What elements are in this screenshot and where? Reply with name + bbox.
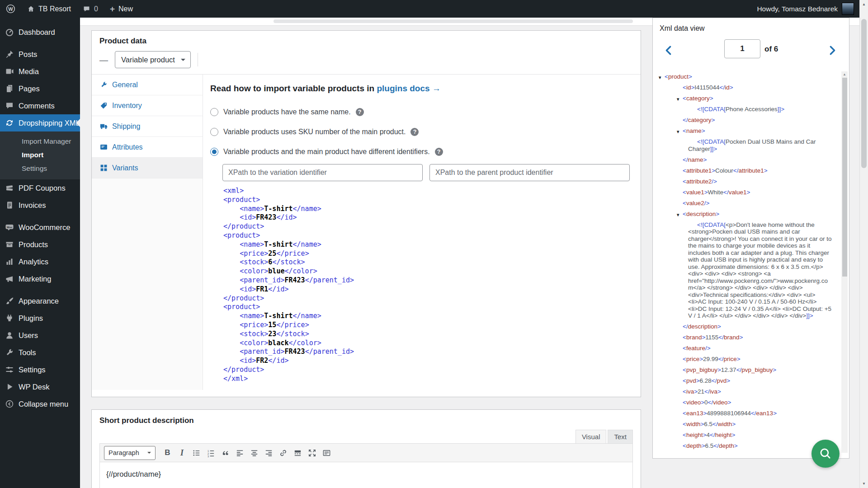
sidebar-item-woocommerce[interactable]: Woo WooCommerce [0, 219, 80, 236]
short-description-editor-body[interactable]: {//product/name} [99, 462, 633, 488]
submenu-item-import[interactable]: Import [0, 148, 80, 162]
xml-tree-line: ▼<product> [659, 73, 833, 80]
ordered-list-button[interactable]: 123 [204, 447, 217, 459]
sidebar-item-pages[interactable]: Pages [0, 80, 80, 97]
tab-attributes[interactable]: Attributes [92, 137, 203, 158]
product-data-title: Product data [99, 37, 633, 51]
help-icon[interactable]: ? [356, 108, 364, 116]
sidebar-item-dropshipping-xml[interactable]: Dropshipping XML [0, 114, 80, 131]
code-line: </product> [223, 294, 630, 303]
scroll-up-icon[interactable]: ▲ [860, 2, 868, 6]
italic-button[interactable]: I [175, 447, 189, 459]
xml-pager: of 6 [653, 33, 849, 68]
admin-sidebar: Dashboard Posts Media Pages Comments Dro… [0, 18, 80, 488]
howdy-greeting[interactable]: Howdy, Tomasz Bednarek [757, 5, 838, 13]
sidebar-item-analytics[interactable]: Analytics [0, 253, 80, 270]
sidebar-item-appearance[interactable]: Appearance [0, 292, 80, 310]
tab-inventory[interactable]: Inventory [92, 95, 203, 116]
sync-icon [5, 118, 14, 127]
sidebar-item-comments[interactable]: Comments [0, 97, 80, 114]
toolbar-toggle-button[interactable] [320, 447, 333, 459]
tab-label: Attributes [112, 143, 143, 151]
editor-tab-text[interactable]: Text [608, 430, 633, 443]
sidebar-item-marketing[interactable]: Marketing [0, 270, 80, 287]
home-icon [27, 5, 35, 13]
sidebar-item-dashboard[interactable]: Dashboard [0, 23, 80, 41]
product-type-value: Variable product [121, 56, 175, 64]
scroll-down-icon[interactable]: ▼ [860, 482, 868, 486]
truck-icon [100, 122, 108, 130]
radio-same-name[interactable] [210, 108, 218, 116]
wp-logo-menu[interactable]: W [0, 0, 21, 18]
xml-tree: ▼<product><id>I4115044</id>▼<category><!… [653, 71, 833, 452]
prev-page-button[interactable] [664, 44, 674, 56]
site-name-link[interactable]: TB Resort [21, 0, 77, 18]
scrollbar-thumb[interactable] [842, 78, 847, 277]
blockquote-button[interactable] [219, 447, 232, 459]
chevron-right-icon [827, 44, 837, 56]
avatar[interactable] [842, 3, 854, 15]
tab-shipping[interactable]: Shipping [92, 116, 203, 137]
tab-variants[interactable]: Variants [92, 158, 203, 178]
sidebar-item-plugins[interactable]: Plugins [0, 310, 80, 327]
horizontal-scrollbar[interactable] [274, 19, 633, 23]
collapse-caret-icon[interactable]: ▼ [676, 211, 680, 219]
submenu-item-import-manager[interactable]: Import Manager [0, 135, 80, 148]
attributes-icon [100, 143, 108, 151]
radio-different-identifiers[interactable] [210, 148, 218, 156]
next-page-button[interactable] [827, 44, 837, 56]
sidebar-item-invoices[interactable]: Invoices [0, 197, 80, 214]
xpath-parent-input[interactable] [429, 164, 630, 181]
bold-button[interactable]: B [161, 447, 174, 459]
dropshipping-submenu: Import Manager Import Settings [0, 131, 80, 179]
product-type-select[interactable]: Variable product [115, 51, 191, 68]
sidebar-item-label: Users [19, 331, 38, 340]
sidebar-item-posts[interactable]: Posts [0, 46, 80, 63]
xml-data-view-panel: Xml data view of 6 ▼<product><id>I411504… [652, 18, 849, 459]
search-fab-button[interactable] [811, 440, 840, 468]
align-right-button[interactable] [262, 447, 275, 459]
link-button[interactable] [277, 447, 290, 459]
sidebar-item-settings[interactable]: Settings [0, 361, 80, 378]
toolbar-toggle-icon [322, 449, 331, 457]
plugins-docs-link[interactable]: plugins docs → [377, 84, 440, 93]
page-scrollbar[interactable]: ▲ ▼ [859, 0, 868, 488]
xml-tree-line: <value2/> [659, 200, 833, 207]
submenu-item-settings[interactable]: Settings [0, 162, 80, 175]
new-content-menu[interactable]: + New [104, 0, 139, 18]
help-icon[interactable]: ? [435, 148, 443, 156]
collapse-caret-icon[interactable]: ▼ [676, 128, 680, 136]
align-center-button[interactable] [248, 447, 261, 459]
scrollbar-thumb[interactable] [861, 19, 867, 168]
sidebar-item-media[interactable]: Media [0, 63, 80, 80]
help-icon[interactable]: ? [410, 128, 419, 136]
code-line: <id>FR423</id> [223, 213, 630, 222]
sidebar-item-wp-desk[interactable]: WP Desk [0, 378, 80, 395]
fullscreen-button[interactable] [306, 447, 319, 459]
sidebar-item-pdf-coupons[interactable]: PDF Coupons [0, 179, 80, 197]
paragraph-format-select[interactable]: Paragraph [104, 446, 156, 460]
xml-tree-line: <iva>21</iva> [659, 388, 833, 395]
scroll-up-icon[interactable]: ▲ [841, 71, 848, 77]
sidebar-item-products[interactable]: Products [0, 236, 80, 253]
sidebar-item-collapse-menu[interactable]: Collapse menu [0, 395, 80, 413]
box-icon [5, 240, 14, 249]
xpath-variation-input[interactable] [222, 164, 423, 181]
radio-sku-main-product[interactable] [210, 128, 218, 136]
align-left-button[interactable] [233, 447, 246, 459]
more-tag-button[interactable] [291, 447, 304, 459]
svg-text:3: 3 [208, 455, 209, 457]
bullet-list-button[interactable] [190, 447, 203, 459]
code-line: <parent_id>FR423</parent_id> [223, 276, 630, 285]
sidebar-item-users[interactable]: Users [0, 327, 80, 344]
xml-tree-line: <attribute2/> [659, 178, 833, 185]
sidebar-item-tools[interactable]: Tools [0, 344, 80, 361]
tab-general[interactable]: General [92, 75, 203, 95]
code-line: <name>T-shirt</name> [223, 312, 630, 321]
editor-tab-visual[interactable]: Visual [576, 430, 607, 443]
collapse-caret-icon[interactable]: ▼ [658, 74, 662, 81]
page-number-input[interactable] [724, 39, 760, 58]
comments-admin-bar[interactable]: 0 [77, 0, 104, 18]
xml-tree-scrollbar[interactable]: ▲ [841, 71, 848, 453]
collapse-caret-icon[interactable]: ▼ [676, 96, 680, 103]
